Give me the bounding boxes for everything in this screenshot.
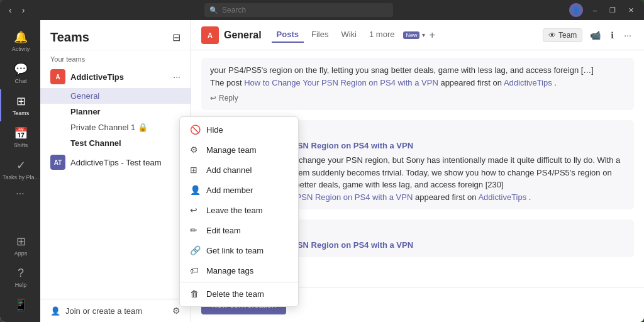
- menu-label-delete-team: Delete the team: [206, 289, 264, 299]
- nav-label-help: Help: [15, 282, 27, 288]
- video-call-button[interactable]: 📹: [587, 28, 603, 43]
- nav-label-chat: Chat: [14, 78, 26, 84]
- channel-item-general[interactable]: General: [40, 88, 191, 104]
- tab-wiki[interactable]: Wiki: [336, 27, 362, 43]
- message-block-1: your PS4/PS5's region on the fly, lettin…: [201, 58, 634, 110]
- channel-header-right: 👁 Team 📹 ℹ ···: [543, 28, 634, 43]
- chat-icon: 💬: [14, 62, 28, 76]
- info-button[interactable]: ℹ: [608, 28, 616, 43]
- teams-section-label: Your teams: [40, 50, 191, 65]
- teams-panel-header: Teams ⊟: [40, 20, 191, 50]
- tab-posts[interactable]: Posts: [272, 27, 304, 43]
- nav-label-apps: Apps: [14, 250, 28, 257]
- search-icon: 🔍: [209, 6, 218, 14]
- menu-item-manage-team[interactable]: ⚙ Manage team: [180, 140, 298, 160]
- teams-panel: Teams ⊟ Your teams A AddictiveTips ··· G…: [40, 20, 191, 322]
- channel-item-test[interactable]: Test Channel: [40, 135, 191, 151]
- message-body-1: your PS4/PS5's region on the fly, lettin…: [210, 65, 594, 75]
- sidebar-item-chat[interactable]: 💬 Chat: [0, 57, 40, 89]
- sidebar-item-shifts[interactable]: 📅 Shifts: [0, 121, 40, 153]
- teams-panel-title: Teams: [50, 30, 89, 45]
- sidebar-item-apps[interactable]: ⊞ Apps: [0, 230, 40, 262]
- join-create-team[interactable]: 👤 Join or create a team ⚙: [40, 299, 191, 322]
- message-post-label-1: The post: [210, 78, 244, 87]
- menu-item-add-member[interactable]: 👤 Add member: [180, 180, 298, 200]
- filter-button[interactable]: ⊟: [172, 31, 180, 43]
- channel-name: General: [224, 30, 262, 41]
- message-dot-2: .: [529, 192, 531, 202]
- message-link-1[interactable]: How to Change Your PSN Region on PS4 wit…: [244, 78, 438, 87]
- team-view-icon: 👁: [548, 31, 556, 40]
- minimize-button[interactable]: –: [588, 5, 602, 15]
- user-avatar[interactable]: 👤: [569, 3, 583, 17]
- apps-icon: ⊞: [16, 235, 26, 248]
- menu-label-add-member: Add member: [206, 186, 253, 195]
- menu-label-get-link: Get link to team: [206, 246, 264, 255]
- context-menu: 🚫 Hide ⚙ Manage team ⊞ Add channel 👤 Add…: [179, 116, 299, 307]
- menu-item-hide[interactable]: 🚫 Hide: [180, 119, 298, 140]
- sidebar-item-activity[interactable]: 🔔 Activity: [0, 25, 40, 57]
- search-bar[interactable]: 🔍: [204, 3, 393, 17]
- message-source-1: appeared first on: [440, 78, 503, 87]
- channel-name-general: General: [70, 91, 99, 101]
- team-avatar-test: AT: [50, 155, 65, 170]
- maximize-button[interactable]: ❐: [604, 5, 621, 16]
- menu-item-get-link[interactable]: 🔗 Get link to team: [180, 240, 298, 260]
- nav-label-tasks: Tasks by Pla...: [3, 174, 39, 180]
- forward-button[interactable]: ›: [18, 4, 29, 16]
- add-channel-icon: ⊞: [190, 165, 200, 175]
- menu-item-edit-team[interactable]: ✏ Edit team: [180, 220, 298, 240]
- sidebar-item-teams[interactable]: ⊞ Teams: [0, 89, 40, 121]
- menu-item-leave-team[interactable]: ↩ Leave the team: [180, 200, 298, 220]
- sidebar-item-help[interactable]: ? Help: [0, 262, 40, 293]
- source-link-1[interactable]: AddictiveTips: [504, 78, 552, 87]
- team-item-addictive[interactable]: A AddictiveTips ···: [40, 65, 191, 88]
- edit-team-icon: ✏: [190, 225, 200, 235]
- nav-label-shifts: Shifts: [14, 142, 28, 148]
- team-avatar-addictive: A: [50, 69, 65, 84]
- new-badge: New: [403, 31, 419, 39]
- menu-label-manage-team: Manage team: [206, 145, 257, 155]
- reply-icon-1: ↩: [210, 92, 216, 104]
- channel-item-private1[interactable]: Private Channel 1 🔒: [40, 119, 191, 135]
- close-button[interactable]: ✕: [623, 5, 639, 16]
- menu-label-leave-team: Leave the team: [206, 206, 263, 215]
- team-name-addictive: AddictiveTips: [70, 72, 124, 82]
- channel-item-planner[interactable]: Planner: [40, 104, 191, 119]
- team-view-label: Team: [558, 31, 577, 40]
- nav-buttons: ‹ ›: [5, 4, 28, 16]
- channel-name-private1: Private Channel 1: [70, 123, 135, 132]
- team-menu-button[interactable]: ···: [173, 72, 180, 82]
- menu-label-edit-team: Edit team: [206, 226, 241, 235]
- join-create-label: Join or create a team: [65, 306, 142, 316]
- sidebar-item-device[interactable]: 📱: [0, 293, 40, 317]
- search-input[interactable]: [222, 6, 388, 14]
- menu-item-add-channel[interactable]: ⊞ Add channel: [180, 160, 298, 180]
- channel-tabs: Posts Files Wiki 1 more New ▾ +: [272, 27, 435, 43]
- back-button[interactable]: ‹: [5, 4, 16, 16]
- menu-item-manage-tags[interactable]: 🏷 Manage tags: [180, 260, 298, 280]
- menu-item-delete-team[interactable]: 🗑 Delete the team: [180, 284, 298, 304]
- menu-label-manage-tags: Manage tags: [206, 266, 253, 275]
- source-link-2[interactable]: AddictiveTips: [478, 192, 526, 202]
- leave-team-icon: ↩: [190, 205, 200, 215]
- shifts-icon: 📅: [14, 126, 28, 140]
- tab-more[interactable]: 1 more: [364, 27, 399, 43]
- channel-name-test: Test Channel: [70, 138, 121, 148]
- more-options-button[interactable]: ···: [621, 28, 634, 43]
- settings-icon[interactable]: ⚙: [172, 306, 180, 316]
- message-source-2: appeared first on: [415, 192, 478, 202]
- reply-button-1[interactable]: ↩ Reply: [210, 92, 625, 104]
- hide-icon: 🚫: [190, 125, 200, 135]
- device-icon: 📱: [14, 298, 28, 312]
- nav-label-teams: Teams: [13, 110, 30, 116]
- team-item-test-team[interactable]: AT AddictiveTips - Test team: [40, 151, 191, 174]
- tab-files[interactable]: Files: [306, 27, 333, 43]
- team-view-button[interactable]: 👁 Team: [543, 28, 582, 42]
- teams-icon: ⊞: [16, 94, 26, 108]
- activity-icon: 🔔: [14, 30, 28, 44]
- sidebar-item-tasks[interactable]: ✓ Tasks by Pla...: [0, 153, 40, 186]
- chevron-down-icon[interactable]: ▾: [422, 31, 425, 38]
- more-apps-icon[interactable]: ···: [16, 188, 24, 199]
- add-tab-icon[interactable]: +: [429, 30, 435, 41]
